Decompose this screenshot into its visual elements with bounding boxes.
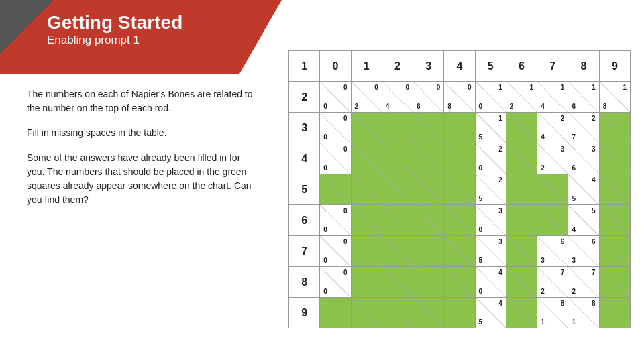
col-header-9: 9	[599, 51, 630, 82]
svg-line-14	[444, 113, 474, 143]
cell-bot-num: 0	[479, 288, 483, 295]
cell-top-num: 0	[343, 269, 347, 276]
green-cell	[413, 236, 444, 267]
cell-bot-num: 6	[572, 164, 576, 172]
svg-line-21	[352, 143, 382, 174]
cell-bot-num: 0	[323, 103, 327, 110]
cell-top-num: 7	[561, 269, 565, 276]
cell-top-num: 8	[561, 300, 565, 307]
cell-bot-num: 4	[541, 133, 545, 141]
data-cell: 36	[568, 143, 599, 174]
col-header-0: 0	[320, 51, 351, 82]
row-label-8: 8	[289, 267, 320, 298]
green-cell	[320, 174, 351, 205]
svg-line-53	[413, 236, 443, 266]
green-cell	[444, 267, 475, 298]
svg-line-54	[444, 236, 474, 266]
green-cell	[382, 143, 413, 174]
data-cell: 15	[475, 113, 506, 143]
table-row: 7 00 35 63 63	[289, 236, 631, 267]
cell-bot-num: 3	[541, 257, 545, 264]
cell-top-num: 2	[498, 176, 502, 184]
green-cell	[599, 174, 630, 205]
svg-line-39	[600, 174, 630, 204]
cell-top-num: 0	[468, 84, 472, 91]
cell-bot-num: 3	[572, 257, 576, 264]
data-cell: 14	[537, 82, 568, 113]
svg-line-47	[537, 205, 568, 235]
data-cell: 25	[475, 174, 506, 205]
cell-top-num: 0	[343, 145, 347, 153]
svg-line-37	[537, 174, 568, 204]
cell-top-num: 1	[530, 84, 534, 91]
cell-bot-num: 0	[323, 257, 327, 264]
data-cell: 32	[537, 143, 568, 174]
green-cell	[351, 113, 382, 143]
cell-bot-num: 6	[417, 103, 421, 110]
svg-line-74	[444, 298, 474, 328]
cell-top-num: 2	[592, 115, 596, 122]
col-header-3: 3	[413, 51, 444, 82]
data-cell: 81	[568, 298, 599, 328]
data-cell: 08	[444, 82, 475, 113]
svg-line-56	[506, 236, 537, 266]
cell-bot-num: 0	[479, 164, 483, 172]
green-cell	[506, 298, 537, 328]
green-cell	[444, 236, 475, 267]
svg-line-52	[382, 236, 413, 266]
svg-line-76	[506, 298, 537, 328]
table-row: 3 00 15 24 27	[289, 113, 631, 143]
green-cell	[382, 174, 413, 205]
data-cell: 00	[320, 267, 351, 298]
svg-line-70	[320, 298, 350, 328]
green-cell	[537, 205, 568, 236]
green-cell	[444, 113, 475, 143]
cell-top-num: 1	[498, 84, 502, 91]
cell-top-num: 4	[498, 269, 502, 276]
data-cell: 06	[413, 82, 444, 113]
svg-line-13	[413, 113, 443, 143]
desc-para3: Some of the answers have already been fi…	[27, 151, 255, 207]
data-cell: 02	[351, 82, 382, 113]
svg-line-34	[444, 174, 474, 204]
row-label-7: 7	[289, 236, 320, 267]
data-cell: 00	[320, 113, 351, 143]
green-cell	[537, 174, 568, 205]
green-cell	[599, 298, 630, 328]
table-row: 9 45 81 81	[289, 298, 631, 328]
svg-line-12	[382, 113, 413, 143]
green-cell	[506, 267, 537, 298]
cell-top-num: 3	[592, 145, 596, 153]
green-cell	[599, 267, 630, 298]
cell-bot-num: 4	[572, 226, 576, 233]
green-cell	[599, 205, 630, 236]
col-header-5: 5	[475, 51, 506, 82]
svg-line-42	[382, 205, 413, 235]
green-cell	[599, 113, 630, 143]
cell-bot-num: 5	[479, 133, 483, 141]
cell-bot-num: 1	[541, 318, 545, 326]
data-cell: 72	[537, 267, 568, 298]
svg-line-72	[382, 298, 413, 328]
row-label-6: 6	[289, 205, 320, 236]
green-cell	[599, 236, 630, 267]
cell-top-num: 0	[343, 115, 347, 122]
cell-top-num: 6	[561, 238, 565, 245]
green-cell	[444, 298, 475, 328]
green-cell	[506, 205, 537, 236]
svg-line-36	[506, 174, 537, 204]
svg-line-30	[320, 174, 350, 204]
row-label-4: 4	[289, 143, 320, 174]
cell-top-num: 0	[343, 238, 347, 245]
col-header-4: 4	[444, 51, 475, 82]
green-cell	[351, 205, 382, 236]
green-cell	[413, 267, 444, 298]
svg-line-23	[413, 143, 443, 174]
col-header-8: 8	[568, 51, 599, 82]
table-row: 2 00 02 04 06 08 10 12 14 16 18	[289, 82, 631, 113]
col-header-6: 6	[506, 51, 537, 82]
green-cell	[413, 113, 444, 143]
cell-bot-num: 0	[323, 164, 327, 172]
data-cell: 00	[320, 82, 351, 113]
cell-bot-num: 2	[572, 288, 576, 295]
